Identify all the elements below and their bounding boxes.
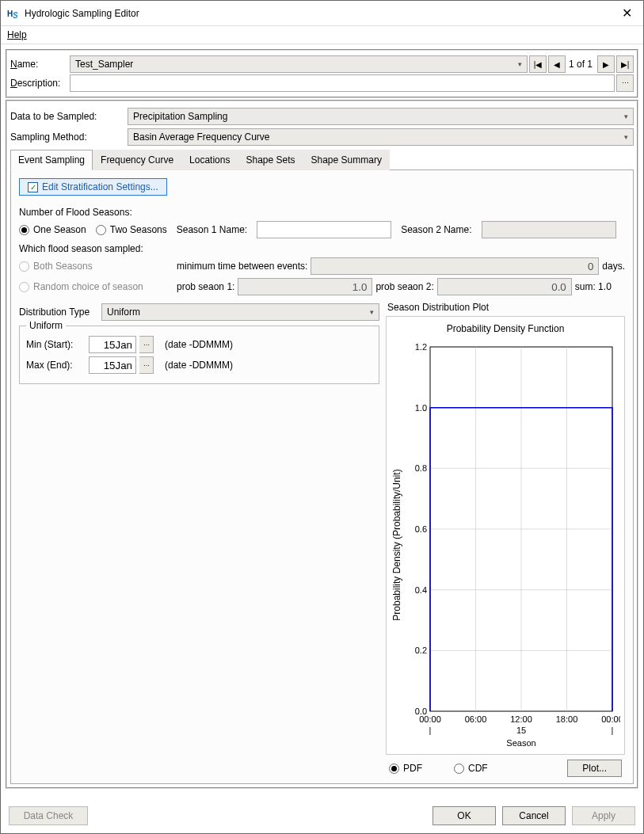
description-input[interactable] — [70, 74, 615, 92]
svg-text:0.4: 0.4 — [415, 585, 427, 595]
chart-title: Probability Density Function — [387, 323, 624, 334]
checkmark-icon: ✓ — [28, 182, 38, 192]
tab-event-sampling[interactable]: Event Sampling — [10, 150, 93, 170]
radio-circle-icon — [19, 282, 29, 292]
radio-two-seasons-label: Two Seasons — [110, 224, 167, 235]
which-season-label: Which flood season sampled: — [19, 243, 625, 254]
apply-button: Apply — [572, 806, 635, 825]
nav-last-button[interactable]: ▶| — [616, 55, 634, 73]
tab-shape-sets[interactable]: Shape Sets — [238, 150, 303, 170]
svg-text:06:00: 06:00 — [465, 714, 487, 724]
svg-text:1.0: 1.0 — [415, 403, 427, 413]
svg-text:S: S — [13, 11, 18, 20]
chart-container: Probability Density Function Probability… — [386, 316, 625, 755]
plot-panel-title: Season Distribution Plot — [387, 302, 625, 313]
season1-name-label: Season 1 Name: — [177, 224, 247, 235]
radio-pdf[interactable]: PDF — [389, 763, 422, 774]
radio-cdf-label: CDF — [468, 763, 488, 774]
prob2-input — [437, 278, 572, 295]
chevron-down-icon: ▾ — [518, 60, 522, 68]
uniform-fieldset: Uniform Min (Start): ⋯ (date -DDMMM) Max… — [19, 326, 379, 384]
tab-locations[interactable]: Locations — [181, 150, 238, 170]
chevron-down-icon: ▾ — [370, 308, 374, 316]
tab-frequency-curve[interactable]: Frequency Curve — [93, 150, 181, 170]
title-bar: HS Hydrologic Sampling Editor ✕ — [1, 1, 643, 26]
radio-circle-icon — [19, 261, 29, 272]
y-axis-label: Probability Density (Probability/Unit) — [391, 469, 402, 620]
data-check-button: Data Check — [9, 806, 88, 825]
sampling-method-value: Basin Average Frequency Curve — [133, 131, 270, 143]
tab-body-event-sampling: ✓ Edit Stratification Settings... Number… — [10, 170, 634, 784]
max-end-hint: (date -DDMMM) — [165, 360, 233, 371]
svg-text:|: | — [612, 725, 614, 735]
nav-first-button[interactable]: |◀ — [529, 55, 547, 73]
data-to-sample-label: Data to be Sampled: — [10, 111, 124, 122]
close-icon[interactable]: ✕ — [617, 6, 637, 21]
max-end-picker-button[interactable]: ⋯ — [139, 356, 154, 374]
svg-text:00:00: 00:00 — [601, 714, 620, 724]
nav-prev-button[interactable]: ◀ — [548, 55, 566, 73]
radio-circle-icon — [454, 764, 464, 774]
radio-random-label: Random choice of season — [33, 281, 143, 292]
description-more-button[interactable]: ⋯ — [616, 74, 634, 92]
description-label: Description: — [10, 78, 70, 89]
radio-both-seasons-label: Both Seasons — [33, 261, 93, 272]
window-title: Hydrologic Sampling Editor — [25, 8, 617, 19]
dist-type-dropdown[interactable]: Uniform ▾ — [101, 303, 379, 321]
radio-one-season-label: One Season — [33, 224, 86, 235]
svg-text:12:00: 12:00 — [510, 714, 532, 724]
dist-type-label: Distribution Type — [19, 307, 98, 318]
prob1-input — [238, 278, 372, 295]
svg-text:0.6: 0.6 — [415, 524, 427, 534]
prob2-label: prob seaon 2: — [375, 281, 433, 292]
chart-svg: Probability Density (Probability/Unit) — [391, 339, 620, 751]
num-seasons-label: Number of Flood Seasons: — [19, 207, 625, 218]
x-axis-label: Season — [506, 738, 535, 748]
prob1-label: prob seaon 1: — [177, 281, 234, 292]
min-time-input — [311, 257, 599, 275]
plot-button[interactable]: Plot... — [567, 760, 622, 777]
min-start-label: Min (Start): — [26, 339, 86, 350]
chevron-down-icon: ▾ — [624, 133, 628, 141]
menu-help-rest[interactable]: elp — [14, 29, 27, 40]
ok-button[interactable]: OK — [433, 806, 496, 825]
menu-bar: Help — [1, 26, 643, 44]
max-end-input[interactable] — [89, 356, 136, 374]
svg-text:0.2: 0.2 — [415, 645, 427, 655]
svg-text:|: | — [429, 725, 432, 735]
data-to-sample-dropdown[interactable]: Precipitation Sampling ▾ — [128, 108, 634, 125]
edit-stratification-button[interactable]: ✓ Edit Stratification Settings... — [19, 178, 167, 196]
radio-circle-icon — [19, 225, 29, 235]
radio-circle-icon — [389, 764, 399, 774]
name-label: Name: — [10, 59, 70, 70]
cancel-button[interactable]: Cancel — [502, 806, 566, 825]
menu-help[interactable]: H — [7, 29, 14, 40]
season1-name-input[interactable] — [257, 221, 391, 238]
min-start-input[interactable] — [89, 336, 136, 353]
nav-next-button[interactable]: ▶ — [597, 55, 615, 73]
sampling-method-label: Sampling Method: — [10, 131, 124, 143]
data-to-sample-value: Precipitation Sampling — [133, 111, 227, 122]
radio-two-seasons[interactable]: Two Seasons — [96, 224, 167, 235]
sampling-method-dropdown[interactable]: Basin Average Frequency Curve ▾ — [128, 128, 634, 146]
chevron-down-icon: ▾ — [624, 112, 628, 120]
days-label: days. — [602, 261, 625, 272]
min-start-picker-button[interactable]: ⋯ — [139, 336, 154, 353]
name-dropdown[interactable]: Test_Sampler ▾ — [70, 55, 528, 73]
radio-both-seasons: Both Seasons — [19, 261, 173, 272]
max-end-label: Max (End): — [26, 360, 86, 371]
uniform-legend: Uniform — [26, 320, 66, 331]
radio-random-choice: Random choice of season — [19, 281, 173, 292]
min-time-label: minimum time between events: — [177, 261, 307, 272]
edit-stratification-label: Edit Stratification Settings... — [42, 181, 158, 192]
radio-pdf-label: PDF — [403, 763, 422, 774]
sum-label: sum: 1.0 — [575, 281, 612, 292]
tab-shape-summary[interactable]: Shape Summary — [303, 150, 390, 170]
radio-one-season[interactable]: One Season — [19, 224, 86, 235]
radio-cdf[interactable]: CDF — [454, 763, 488, 774]
svg-text:18:00: 18:00 — [556, 714, 578, 724]
name-value: Test_Sampler — [75, 59, 133, 70]
nav-page-text: 1 of 1 — [566, 59, 596, 70]
tab-bar: Event Sampling Frequency Curve Locations… — [10, 149, 634, 170]
radio-circle-icon — [96, 225, 106, 235]
